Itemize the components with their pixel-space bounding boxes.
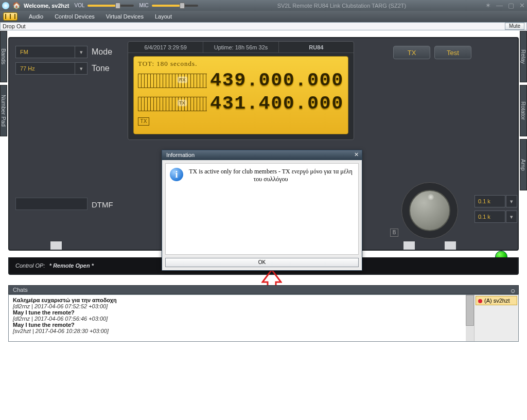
view-toggle[interactable] xyxy=(3,12,17,21)
window-controls: ✶ — ▢ ✕ xyxy=(485,2,525,9)
step-select-1[interactable]: 0.1 k ▾ xyxy=(475,195,505,207)
side-tab-bands[interactable]: Bands xyxy=(0,31,7,82)
bottom-handle-mid[interactable] xyxy=(403,241,415,250)
menu-virtual-devices[interactable]: Virtual Devices xyxy=(106,13,144,20)
chat-meta: [dl2rnz | 2017-04-06 07:52:52 +03:00] xyxy=(13,303,462,309)
dtmf-input[interactable] xyxy=(15,198,87,210)
chevron-down-icon[interactable]: ▾ xyxy=(75,63,87,74)
info-icon: i xyxy=(170,168,183,181)
control-op-value: * Remote Open * xyxy=(49,262,94,269)
tx-indicator: TX xyxy=(138,117,149,126)
dialog-message: TX is active only for club members - TX … xyxy=(187,168,354,250)
chats-header[interactable]: Chats ⊙ xyxy=(8,285,519,294)
tuning-knob[interactable] xyxy=(401,182,458,239)
chevron-down-icon[interactable]: ▾ xyxy=(75,46,87,58)
mute-button[interactable]: Mute xyxy=(505,23,524,30)
maximize-button[interactable]: ▢ xyxy=(508,2,514,9)
tx-button[interactable]: TX xyxy=(393,46,430,59)
chat-user-list: (A) sv2hzt xyxy=(474,295,518,341)
vol-slider[interactable] xyxy=(87,5,134,7)
status-dot-icon xyxy=(478,299,482,303)
dialog-title: Information xyxy=(166,152,195,158)
chat-log[interactable]: Καλημέρα ευχαριστώ για την αποδοχη [dl2r… xyxy=(9,295,466,341)
control-op-label: Control OP: xyxy=(15,262,45,269)
tone-select[interactable]: 77 Hz ▾ xyxy=(15,62,87,75)
dialog-title-bar[interactable]: Information ✕ xyxy=(162,150,362,160)
lcd-tot: TOT: 180 seconds. xyxy=(138,60,344,68)
mic-slider[interactable] xyxy=(152,5,198,7)
dialog-ok-button[interactable]: OK xyxy=(165,258,359,267)
lcd-uptime: Uptime: 18h 56m 32s xyxy=(203,42,278,52)
chats-panel: Καλημέρα ευχαριστώ για την αποδοχη [dl2r… xyxy=(8,294,519,342)
menu-control-devices[interactable]: Control Devices xyxy=(55,13,95,20)
tone-value: 77 Hz xyxy=(20,65,35,72)
home-icon[interactable]: 🏠 xyxy=(12,2,21,9)
vol-label: VOL xyxy=(74,3,84,8)
lcd-profile[interactable]: RU84 xyxy=(279,42,354,52)
bottom-handle-left[interactable] xyxy=(50,241,62,250)
user-name: sv2hzt xyxy=(51,3,69,9)
chat-line: May I tune the remote? xyxy=(13,322,462,328)
bottom-handle-right[interactable] xyxy=(445,241,456,250)
lcd-datetime: 6/4/2017 3:29:59 xyxy=(128,42,203,52)
rx-ruler[interactable]: RX xyxy=(138,74,207,88)
rx-frequency[interactable]: 439.000.000 xyxy=(210,70,344,91)
lcd-display: 6/4/2017 3:29:59 Uptime: 18h 56m 32s RU8… xyxy=(128,41,354,140)
side-tab-relay[interactable]: Relay xyxy=(520,31,527,82)
mode-label: Mode xyxy=(92,47,112,57)
chat-line: Καλημέρα ευχαριστώ για την αποδοχη xyxy=(13,297,462,303)
minimize-icon[interactable]: ✶ xyxy=(485,2,491,9)
side-tab-amp[interactable]: Amp xyxy=(520,139,527,190)
window-title: SV2L Remote RU84 Link Clubstation TARG (… xyxy=(198,3,485,9)
welcome-label: Welcome, xyxy=(24,3,50,9)
side-tab-number-pad[interactable]: Number Pad xyxy=(0,85,7,136)
close-button[interactable]: ✕ xyxy=(519,2,525,9)
dialog-close-icon[interactable]: ✕ xyxy=(353,151,360,159)
chevron-down-icon[interactable]: ▾ xyxy=(506,211,517,223)
title-bar: 🏠 Welcome, sv2hzt VOL MIC SV2L Remote RU… xyxy=(0,0,527,11)
minimize-button[interactable]: — xyxy=(496,2,503,9)
tone-label: Tone xyxy=(92,64,110,73)
app-icon xyxy=(2,2,9,9)
menu-audio[interactable]: Audio xyxy=(29,13,43,20)
dropout-bar: Drop Out Mute xyxy=(0,22,527,30)
tx-frequency[interactable]: 431.400.000 xyxy=(210,93,344,114)
menu-bar: Audio Control Devices Virtual Devices La… xyxy=(0,11,527,22)
dropout-label: Drop Out xyxy=(3,23,26,29)
dtmf-label: DTMF xyxy=(92,200,113,209)
side-tab-rotator[interactable]: Rotator xyxy=(520,85,527,136)
mode-value: FM xyxy=(20,49,28,55)
chat-meta: [sv2hzt | 2017-04-06 10:28:30 +03:00] xyxy=(13,328,462,334)
mic-label: MIC xyxy=(139,3,148,8)
chat-user-item[interactable]: (A) sv2hzt xyxy=(476,296,517,305)
vfo-b-badge[interactable]: B xyxy=(390,229,398,237)
chevron-down-icon[interactable]: ▾ xyxy=(506,195,517,207)
chat-scrollbar[interactable] xyxy=(466,295,474,341)
test-button[interactable]: Test xyxy=(434,46,471,59)
chat-meta: [dl2rnz | 2017-04-06 07:56:46 +03:00] xyxy=(13,316,462,322)
mode-select[interactable]: FM ▾ xyxy=(15,46,87,58)
chat-line: May I tune the remote? xyxy=(13,309,462,316)
pin-icon[interactable]: ⊙ xyxy=(511,287,515,295)
tx-ruler[interactable]: TX xyxy=(138,97,207,111)
app-root: 🏠 Welcome, sv2hzt VOL MIC SV2L Remote RU… xyxy=(0,0,527,420)
menu-layout[interactable]: Layout xyxy=(155,13,172,20)
step-select-2[interactable]: 0.1 k ▾ xyxy=(475,211,505,223)
info-dialog: Information ✕ i TX is active only for cl… xyxy=(162,150,362,271)
